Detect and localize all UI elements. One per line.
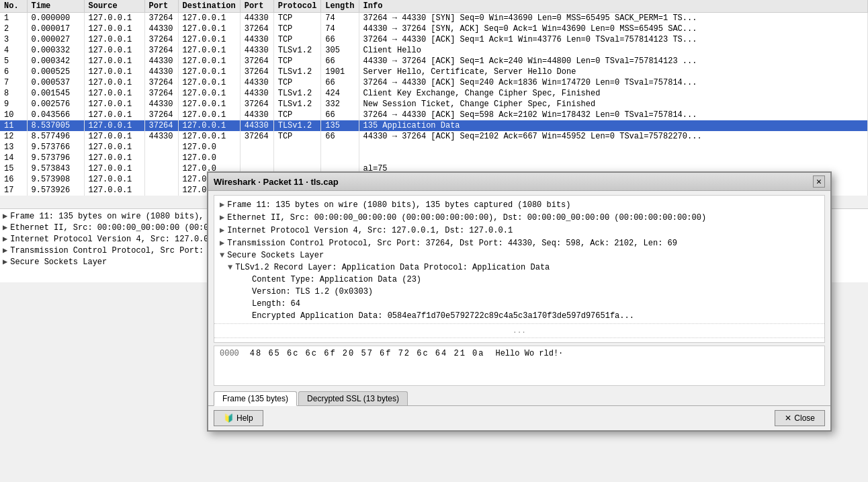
col-info: Info [359,0,867,13]
tree-arrow: ▶ [220,226,224,235]
modal-titlebar: Wireshark · Packet 11 · tls.cap ✕ [208,173,830,191]
tree-item[interactable]: ▶Transmission Control Protocol, Src Port… [214,237,824,249]
expand-arrow[interactable]: ▶ [3,235,7,244]
modal-title: Wireshark · Packet 11 · tls.cap [214,177,339,187]
tree-arrow: ▶ [220,213,224,223]
modal-tree-content: ▶Frame 11: 135 bytes on wire (1080 bits)… [214,195,825,282]
tree-item[interactable]: ▼Secure Sockets Layer [214,249,824,262]
col-source: Source [84,0,144,13]
table-row[interactable]: 10.000000127.0.0.137264127.0.0.144330TCP… [0,13,868,24]
tree-arrow: ▶ [220,239,224,248]
table-row[interactable]: 60.000525127.0.0.144330127.0.0.137264TLS… [0,67,868,77]
col-dport: Port [240,0,273,13]
expand-arrow[interactable]: ▶ [3,212,7,221]
packet-table: No. Time Source Port Destination Port Pr… [0,0,868,196]
col-no: No. [0,0,27,13]
tree-item[interactable]: Content Type: Application Data (23) [214,274,824,282]
col-destination: Destination [178,0,240,13]
table-row[interactable]: 50.000342127.0.0.144330127.0.0.137264TCP… [0,56,868,67]
table-row[interactable]: 100.043566127.0.0.137264127.0.0.144330TC… [0,110,868,120]
table-header: No. Time Source Port Destination Port Pr… [0,0,868,13]
packet-detail-dialog: Wireshark · Packet 11 · tls.cap ✕ ▶Frame… [207,171,832,282]
table-row[interactable]: 118.537005127.0.0.137264127.0.0.144330TL… [0,120,868,131]
col-protocol: Protocol [273,0,321,13]
tree-arrow: ▶ [220,200,224,210]
expand-arrow[interactable]: ▶ [3,246,7,255]
tree-arrow: ▼ [228,263,232,272]
expand-arrow[interactable]: ▶ [3,223,7,233]
table-row[interactable]: 80.001545127.0.0.137264127.0.0.144330TLS… [0,88,868,99]
tree-item[interactable]: ▼TLSv1.2 Record Layer: Application Data … [214,262,824,274]
table-row[interactable]: 20.000017127.0.0.144330127.0.0.137264TCP… [0,24,868,34]
table-row[interactable]: 128.577496127.0.0.144330127.0.0.137264TC… [0,131,868,142]
tree-item[interactable]: ▶Internet Protocol Version 4, Src: 127.0… [214,224,824,237]
modal-close-button[interactable]: ✕ [813,175,825,188]
tree-item[interactable]: ▶Frame 11: 135 bytes on wire (1080 bits)… [214,198,824,211]
table-row[interactable]: 139.573766127.0.0.1127.0.0 [0,142,868,153]
table-row[interactable]: 40.000332127.0.0.137264127.0.0.144330TLS… [0,45,868,56]
table-row[interactable]: 70.000537127.0.0.137264127.0.0.144330TCP… [0,77,868,88]
expand-arrow[interactable]: ▶ [3,257,7,267]
col-time: Time [27,0,84,13]
table-row[interactable]: 149.573796127.0.0.1127.0.0 [0,153,868,163]
col-length: Length [321,0,359,13]
tree-item[interactable]: ▶Ethernet II, Src: 00:00:00_00:00:00 (00… [214,211,824,224]
table-row[interactable]: 90.002576127.0.0.144330127.0.0.137264TLS… [0,99,868,110]
table-row[interactable]: 30.000027127.0.0.137264127.0.0.144330TCP… [0,34,868,45]
tree-arrow: ▼ [220,251,224,260]
col-sport: Port [144,0,178,13]
